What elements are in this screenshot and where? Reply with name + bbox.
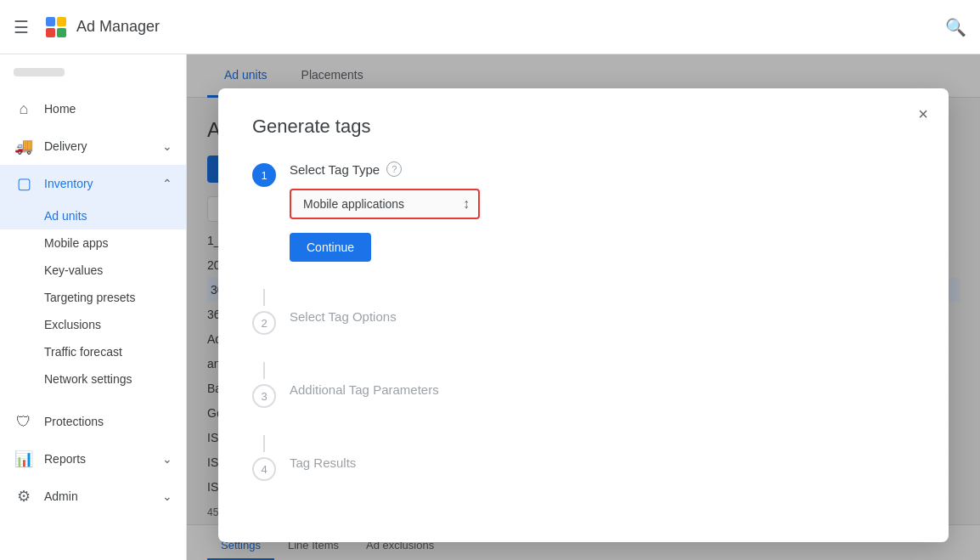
step-4-title: Tag Results [290,455,915,470]
step-1-title: Select Tag Type ? [290,161,915,177]
home-icon: ⌂ [14,99,34,119]
shield-icon: 🛡 [14,411,34,432]
step-connector-2-3 [263,362,265,379]
continue-button[interactable]: Continue [290,233,371,262]
reports-icon: 📊 [14,449,34,469]
admin-icon: ⚙ [14,486,34,506]
topbar: ☰ Ad Manager 🔍 [0,0,980,54]
sidebar-item-home[interactable]: ⌂ Home [0,90,186,127]
sidebar-sub-ad-units[interactable]: Ad units [0,202,186,229]
sidebar-item-inventory[interactable]: ▢ Inventory ⌃ [0,165,186,202]
modal-generate-tags: × Generate tags 1 Select Tag Type ? [218,88,949,542]
step-circle-2: 2 [252,311,276,335]
sidebar-label-delivery: Delivery [44,139,162,153]
step-circle-4: 4 [252,457,276,481]
tag-type-select-wrapper: Mobile applications Google Publisher Tag… [290,189,480,219]
modal-overlay: × Generate tags 1 Select Tag Type ? [187,54,980,560]
step-row-1: 1 Select Tag Type ? Mobile applications … [252,161,915,262]
menu-icon[interactable]: ☰ [14,17,29,37]
sidebar-sub-mobile-apps[interactable]: Mobile apps [0,229,186,257]
delivery-arrow: ⌄ [162,139,172,153]
svg-rect-0 [46,17,55,26]
svg-rect-3 [57,28,66,37]
sidebar-sub-exclusions[interactable]: Exclusions [0,311,186,338]
sidebar-label-reports: Reports [44,452,162,466]
sidebar-sub-key-values[interactable]: Key-values [0,257,186,284]
step-circle-3: 3 [252,384,276,408]
sidebar-sub-traffic-forecast[interactable]: Traffic forecast [0,338,186,365]
step-circle-1: 1 [252,163,276,187]
step-2-content: Select Tag Options [290,309,915,324]
modal-title: Generate tags [252,116,915,138]
inventory-arrow: ⌃ [162,177,172,190]
step-1-content: Select Tag Type ? Mobile applications Go… [290,161,915,262]
step-2-title: Select Tag Options [290,309,915,324]
step-3-content: Additional Tag Parameters [290,382,915,397]
app-title: Ad Manager [76,18,160,36]
step-row-4: 4 Tag Results [252,455,915,481]
sidebar-sub-network-settings[interactable]: Network settings [0,365,186,393]
inventory-icon: ▢ [14,173,34,194]
sidebar-user [0,61,186,90]
sidebar-item-protections[interactable]: 🛡 Protections [0,403,186,440]
sidebar-label-home: Home [44,102,172,116]
step-row-2: 2 Select Tag Options [252,309,915,335]
user-bar [14,68,65,76]
reports-arrow: ⌄ [162,452,172,466]
step-3-title: Additional Tag Parameters [290,382,915,397]
svg-rect-1 [57,17,66,26]
sidebar: ⌂ Home 🚚 Delivery ⌄ ▢ Inventory ⌃ Ad uni… [0,54,187,560]
app-logo: Ad Manager [42,14,160,41]
svg-rect-2 [46,28,55,37]
sidebar-label-inventory: Inventory [44,177,162,190]
sidebar-label-admin: Admin [44,489,162,503]
logo-icon [42,14,70,41]
admin-arrow: ⌄ [162,489,172,503]
modal-close-button[interactable]: × [918,105,928,122]
step-connector-3-4 [263,435,265,452]
content-area: Ad units Placements Ad units New a 1_web… [187,54,980,560]
step-row-3: 3 Additional Tag Parameters [252,382,915,408]
step-4-content: Tag Results [290,455,915,470]
help-icon-step1[interactable]: ? [386,161,402,177]
main-layout: ⌂ Home 🚚 Delivery ⌄ ▢ Inventory ⌃ Ad uni… [0,54,980,560]
search-icon[interactable]: 🔍 [945,17,966,37]
sidebar-label-protections: Protections [44,415,172,428]
sidebar-item-delivery[interactable]: 🚚 Delivery ⌄ [0,127,186,165]
sidebar-sub-targeting-presets[interactable]: Targeting presets [0,284,186,311]
delivery-icon: 🚚 [14,136,34,156]
sidebar-item-reports[interactable]: 📊 Reports ⌄ [0,440,186,478]
step-connector-1-2 [263,289,265,306]
sidebar-item-admin[interactable]: ⚙ Admin ⌄ [0,478,186,515]
tag-type-select[interactable]: Mobile applications Google Publisher Tag… [291,190,478,218]
